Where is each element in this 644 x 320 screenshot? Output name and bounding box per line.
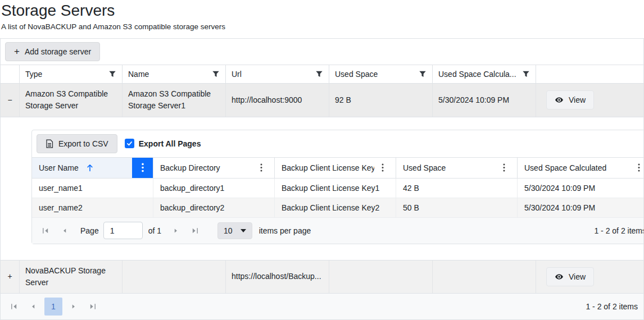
- last-page-button[interactable]: [84, 298, 102, 316]
- filter-icon[interactable]: [522, 70, 530, 78]
- collapse-row-button[interactable]: −: [1, 84, 20, 117]
- page-title: Storage Servers: [1, 1, 644, 20]
- column-label-url: Url: [232, 70, 242, 79]
- cell-used-space-calculated: [433, 260, 536, 293]
- cell-license-key: Backup Client License Key1: [275, 179, 396, 198]
- subgrid-row-user2: user_name2 backup_directory2 Backup Clie…: [32, 198, 644, 218]
- export-to-csv-label: Export to CSV: [58, 139, 108, 148]
- filter-icon[interactable]: [108, 70, 116, 78]
- column-header-sub-used-space-calculated[interactable]: Used Space Calculated: [518, 158, 644, 178]
- next-page-button[interactable]: [167, 222, 185, 240]
- column-header-expand: [1, 65, 20, 83]
- view-button[interactable]: View: [546, 267, 594, 286]
- column-header-name: Name: [123, 65, 226, 83]
- cell-used-space: [329, 260, 433, 293]
- page-size-value: 10: [224, 226, 233, 235]
- cell-sub-used-space-calculated: 5/30/2024 10:09 PM: [518, 179, 644, 198]
- column-header-used-space-calculated: Used Space Calcula...: [433, 65, 536, 83]
- filter-icon[interactable]: [315, 70, 323, 78]
- items-per-page-label: items per page: [259, 226, 311, 235]
- cell-actions: View: [536, 84, 643, 117]
- column-menu-button[interactable]: [631, 158, 644, 178]
- cell-used-space-calculated: 5/30/2024 10:09 PM: [433, 84, 536, 117]
- first-page-button[interactable]: [37, 222, 55, 240]
- checkbox-checked-icon: [125, 139, 134, 148]
- column-menu-button[interactable]: [374, 158, 391, 178]
- previous-page-button[interactable]: [56, 222, 74, 240]
- view-button-label: View: [569, 95, 586, 104]
- column-header-used-space: Used Space: [329, 65, 433, 83]
- users-subgrid: Export to CSV Export All Pages User Name: [31, 130, 644, 244]
- column-menu-button-active[interactable]: [132, 158, 153, 178]
- column-menu-button[interactable]: [253, 158, 270, 178]
- column-header-sub-used-space[interactable]: Used Space: [396, 158, 518, 178]
- cell-user-name: user_name2: [32, 198, 153, 217]
- column-label-type: Type: [25, 70, 42, 79]
- page-number-input[interactable]: [103, 222, 143, 239]
- subgrid-pager: Page of 1 10 items per page 1 - 2 of 2 i…: [32, 218, 644, 244]
- column-menu-button[interactable]: [496, 158, 513, 178]
- column-label-sub-used-space-calculated: Used Space Calculated: [524, 163, 606, 172]
- column-label-used-space-calculated: Used Space Calcula...: [438, 70, 516, 79]
- subgrid-pager-info: 1 - 2 of 2 items: [594, 226, 644, 235]
- view-button[interactable]: View: [546, 90, 594, 109]
- cell-url: https://localhost/Backup...: [226, 260, 329, 293]
- filter-icon[interactable]: [212, 70, 220, 78]
- storage-servers-grid: + Add storage server Type Name Url Used …: [0, 38, 644, 320]
- cell-sub-used-space: 42 B: [396, 179, 518, 198]
- column-header-user-name[interactable]: User Name: [32, 158, 153, 178]
- view-button-label: View: [569, 272, 586, 281]
- column-label-backup-directory: Backup Directory: [160, 163, 220, 172]
- subgrid-header-row: User Name Backup Directory: [32, 158, 644, 179]
- plus-icon: +: [7, 271, 12, 282]
- column-header-url: Url: [226, 65, 329, 83]
- cell-url: http://localhost:9000: [226, 84, 329, 117]
- column-label-license-key: Backup Client License Key: [282, 163, 374, 172]
- caret-down-icon: [241, 229, 246, 232]
- column-header-actions: [536, 65, 643, 83]
- first-page-button[interactable]: [5, 298, 23, 316]
- cell-used-space: 92 B: [329, 84, 433, 117]
- cell-sub-used-space-calculated: 5/30/2024 10:09 PM: [518, 198, 644, 217]
- add-storage-server-button[interactable]: + Add storage server: [5, 42, 100, 61]
- column-label-user-name: User Name: [39, 163, 79, 172]
- cell-license-key: Backup Client License Key2: [275, 198, 396, 217]
- grid-pager-info: 1 - 2 of 2 items: [586, 302, 639, 311]
- detail-row: Export to CSV Export All Pages User Name: [1, 117, 643, 260]
- grid-toolbar: + Add storage server: [1, 39, 643, 65]
- column-header-backup-directory[interactable]: Backup Directory: [153, 158, 275, 178]
- eye-icon: [555, 272, 564, 281]
- column-header-type: Type: [20, 65, 123, 83]
- cell-name: Amazon S3 Compatible Storage Server1: [123, 84, 226, 117]
- subgrid-toolbar: Export to CSV Export All Pages: [32, 130, 644, 158]
- export-all-pages-checkbox[interactable]: Export All Pages: [125, 139, 201, 148]
- cell-backup-directory: backup_directory2: [153, 198, 275, 217]
- next-page-button[interactable]: [65, 298, 83, 316]
- cell-actions: View: [536, 260, 643, 293]
- minus-icon: −: [7, 94, 12, 106]
- table-row-novabackup: + NovaBACKUP Storage Server https://loca…: [1, 260, 643, 294]
- plus-icon: +: [14, 47, 20, 56]
- previous-page-button[interactable]: [24, 298, 42, 316]
- grid-header-row: Type Name Url Used Space Used Space Calc…: [1, 65, 643, 84]
- cell-sub-used-space: 50 B: [396, 198, 518, 217]
- column-label-sub-used-space: Used Space: [403, 163, 446, 172]
- export-to-csv-button[interactable]: Export to CSV: [37, 134, 117, 153]
- column-header-license-key[interactable]: Backup Client License Key: [275, 158, 396, 178]
- sort-ascending-icon: [87, 164, 93, 172]
- add-storage-server-label: Add storage server: [25, 47, 91, 56]
- cell-backup-directory: backup_directory1: [153, 179, 275, 198]
- page-label: Page: [80, 226, 99, 235]
- cell-name: [123, 260, 226, 293]
- column-label-used-space: Used Space: [335, 70, 378, 79]
- filter-icon[interactable]: [419, 70, 427, 78]
- current-page-button[interactable]: 1: [44, 298, 62, 316]
- page-size-select[interactable]: 10: [217, 222, 252, 239]
- cell-user-name: user_name1: [32, 179, 153, 198]
- column-label-name: Name: [128, 70, 149, 79]
- subgrid-row-user1: user_name1 backup_directory1 Backup Clie…: [32, 179, 644, 198]
- expand-row-button[interactable]: +: [1, 260, 20, 293]
- cell-type: Amazon S3 Compatible Storage Server: [20, 84, 123, 117]
- last-page-button[interactable]: [186, 222, 204, 240]
- eye-icon: [555, 95, 564, 104]
